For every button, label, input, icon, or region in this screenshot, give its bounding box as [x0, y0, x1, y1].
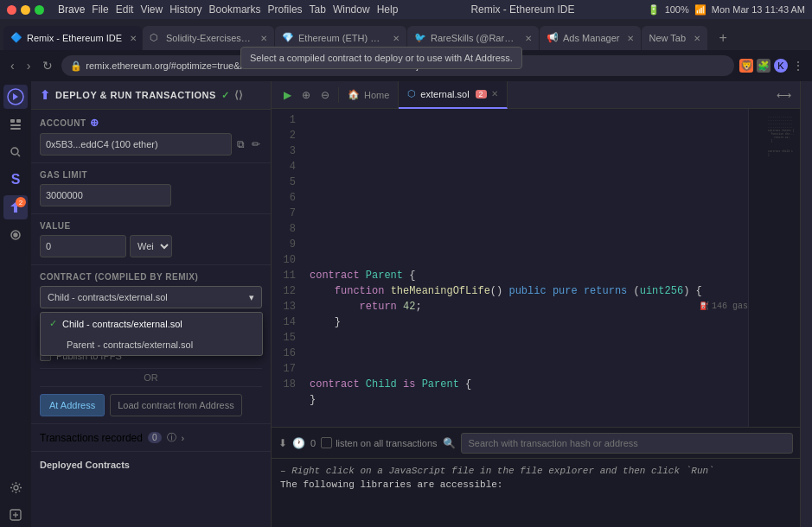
zoom-in-icon[interactable]: ⊕	[298, 87, 314, 103]
browser-tab-ads[interactable]: 📢 Ads Manager ✕	[540, 26, 641, 50]
wifi-icon: 📶	[694, 4, 707, 16]
menu-icon[interactable]: ⋮	[791, 59, 805, 73]
tab-home[interactable]: 🏠 Home	[339, 81, 399, 109]
terminal-arrow-icon[interactable]: ⬇	[278, 437, 287, 449]
deployed-contracts-label: Deployed Contracts	[40, 460, 130, 470]
tab-close-remix[interactable]: ✕	[130, 34, 137, 43]
tab-favicon-eth: 💎	[282, 32, 294, 44]
app-menu-window[interactable]: Window	[333, 3, 370, 16]
or-divider: OR	[40, 368, 262, 387]
run-icon[interactable]: ▶	[280, 87, 295, 103]
tab-close-ads[interactable]: ✕	[627, 34, 634, 43]
minimize-button[interactable]	[21, 5, 30, 15]
value-input[interactable]	[40, 235, 126, 257]
contract-option-child[interactable]: ✓ Child - contracts/external.sol	[41, 313, 262, 334]
deploy-icon[interactable]: 2	[3, 195, 28, 219]
tab-close-eth[interactable]: ✕	[393, 34, 400, 43]
zoom-out-icon[interactable]: ⊖	[317, 87, 333, 103]
deploy-badge: 2	[16, 197, 26, 207]
svg-rect-1	[10, 119, 15, 123]
svg-rect-4	[16, 119, 21, 123]
app-menu-tab[interactable]: Tab	[310, 3, 326, 16]
panel-collapse-button[interactable]: ⟨⟩	[234, 89, 243, 101]
clock: Mon Mar 13 11:43 AM	[712, 4, 805, 15]
brave-rewards-icon[interactable]: 🦁	[739, 59, 753, 73]
terminal-history-icon[interactable]: 🕐	[292, 437, 305, 449]
terminal-line-2: The following libraries are accessible:	[280, 478, 791, 492]
transactions-chevron-icon[interactable]: ›	[182, 433, 185, 443]
load-contract-button[interactable]: Load contract from Address	[110, 394, 242, 416]
tab-external-sol[interactable]: ⬡ external.sol 2 ✕	[399, 81, 507, 109]
account-label: ACCOUNT ⊕	[40, 117, 262, 129]
tab-close-external[interactable]: ✕	[491, 89, 498, 98]
profile-icon[interactable]: K	[774, 59, 788, 73]
battery-level: 100%	[665, 4, 689, 15]
close-button[interactable]	[7, 5, 16, 15]
code-editor[interactable]: contract Parent { function theMeaningOfL…	[303, 109, 748, 427]
app-menu-profiles[interactable]: Profiles	[268, 3, 303, 16]
value-label: VALUE	[40, 221, 262, 231]
at-address-button[interactable]: At Address	[40, 394, 105, 416]
app-menu-view[interactable]: View	[140, 3, 163, 16]
minimap: ................ ................ ......…	[748, 109, 800, 427]
forward-button[interactable]: ›	[23, 57, 35, 74]
home-icon: 🏠	[348, 89, 360, 100]
panel-header-title: DEPLOY & RUN TRANSACTIONS	[55, 90, 216, 100]
plugin-icon[interactable]	[3, 503, 28, 527]
transactions-info-icon[interactable]: ⓘ	[167, 431, 176, 444]
svg-point-9	[14, 486, 18, 490]
terminal-search-input[interactable]	[461, 433, 793, 454]
settings-icon[interactable]	[3, 475, 28, 499]
copy-account-icon[interactable]: ⧉	[235, 137, 246, 152]
edit-account-icon[interactable]: ✏	[250, 137, 262, 152]
listen-checkbox[interactable]	[321, 437, 332, 448]
fullscreen-button[interactable]	[35, 5, 44, 15]
listen-transactions-row: listen on all transactions	[321, 437, 437, 448]
svg-rect-2	[10, 124, 21, 126]
tab-close-newtab[interactable]: ✕	[694, 34, 700, 43]
app-menu-history[interactable]: History	[169, 3, 201, 16]
tab-label-solidity: Solidity-Exercises/Receive at m...	[166, 33, 253, 43]
new-tab-button[interactable]: +	[712, 26, 734, 50]
tab-label-remix: Remix - Ethereum IDE	[27, 33, 122, 43]
panel-header-icon: ⬆	[40, 88, 50, 102]
app-menu-bookmarks[interactable]: Bookmarks	[209, 3, 261, 16]
traffic-lights[interactable]	[7, 5, 44, 15]
battery-icon: 🔋	[648, 4, 660, 16]
search-icon[interactable]	[3, 140, 28, 164]
app-menu-file[interactable]: File	[92, 3, 108, 16]
contract-option-parent[interactable]: Parent - contracts/external.sol	[41, 334, 262, 355]
editor-area: ▶ ⊕ ⊖ 🏠 Home ⬡ external.sol 2 ✕ ⟷ 12345 …	[272, 81, 800, 527]
tab-home-label: Home	[364, 90, 389, 100]
tab-favicon-remix: 🔷	[10, 32, 22, 44]
browser-actions: 🦁 🧩 K ⋮	[739, 59, 805, 73]
remix-logo-icon	[3, 85, 28, 109]
deploy-panel: ⬆ DEPLOY & RUN TRANSACTIONS ✓ ⟨⟩ ACCOUNT…	[31, 81, 272, 527]
extensions-icon[interactable]: 🧩	[757, 59, 770, 73]
svg-point-5	[11, 148, 18, 155]
app-menu-help[interactable]: Help	[377, 3, 399, 16]
editor-expand-button[interactable]: ⟷	[771, 89, 796, 101]
gas-limit-label: GAS LIMIT	[40, 170, 262, 180]
account-select[interactable]: 0x5B3...eddC4 (100 ether)	[40, 133, 232, 156]
contract-dropdown-button[interactable]: Child - contracts/external.sol ▾	[40, 286, 262, 308]
app-menu-edit[interactable]: Edit	[116, 3, 134, 16]
tab-close-twitter[interactable]: ✕	[525, 34, 532, 43]
debugger-icon[interactable]	[3, 223, 28, 247]
gas-limit-input[interactable]	[40, 184, 171, 206]
back-button[interactable]: ‹	[7, 57, 18, 74]
file-explorer-icon[interactable]	[3, 112, 28, 137]
browser-tab-remix[interactable]: 🔷 Remix - Ethereum IDE ✕	[3, 26, 142, 50]
transactions-section[interactable]: Transactions recorded 0 ⓘ ›	[31, 423, 271, 451]
tab-error-badge: 2	[476, 90, 487, 98]
tab-close-solidity[interactable]: ✕	[260, 34, 267, 43]
app-menu-brave[interactable]: Brave	[58, 3, 85, 16]
browser-tab-newtab[interactable]: New Tab ✕	[642, 26, 707, 50]
value-row: Wei	[40, 235, 262, 257]
account-info-icon[interactable]: ⊕	[90, 117, 99, 129]
terminal-search-icon[interactable]: 🔍	[443, 437, 456, 449]
check-selected-icon: ✓	[49, 318, 57, 329]
reload-button[interactable]: ↻	[39, 57, 56, 74]
solidity-compiler-icon[interactable]: S	[3, 168, 28, 192]
value-unit-select[interactable]: Wei	[130, 235, 172, 257]
